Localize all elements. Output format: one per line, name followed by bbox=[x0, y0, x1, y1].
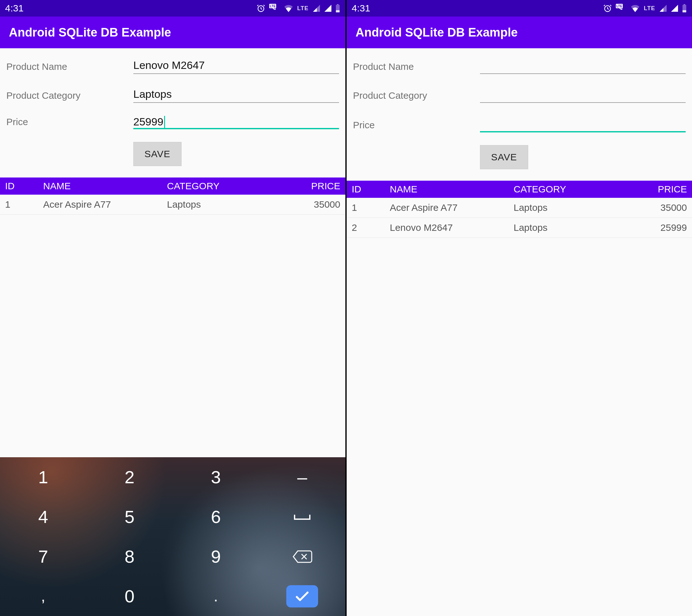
status-icons: LTE LTE bbox=[257, 4, 340, 13]
wifi-icon bbox=[630, 4, 640, 12]
label-product-name: Product Name bbox=[353, 61, 480, 74]
wifi-icon bbox=[284, 4, 293, 12]
key-backspace[interactable] bbox=[259, 537, 345, 576]
label-price: Price bbox=[6, 116, 133, 129]
status-bar: 4:31 LTE LTE bbox=[347, 0, 692, 17]
backspace-icon bbox=[292, 550, 312, 564]
label-price: Price bbox=[353, 120, 480, 132]
table-body-right: 1Acer Aspire A77Laptops350002Lenovo M264… bbox=[347, 198, 692, 238]
label-product-category: Product Category bbox=[353, 90, 480, 103]
key-9[interactable]: 9 bbox=[173, 537, 259, 576]
battery-icon bbox=[335, 4, 340, 13]
th-name: NAME bbox=[390, 184, 514, 195]
svg-rect-9 bbox=[684, 4, 685, 5]
svg-rect-11 bbox=[683, 10, 686, 13]
clock: 4:31 bbox=[352, 3, 370, 14]
app-title: Android SQLite DB Example bbox=[355, 26, 518, 39]
input-product-category[interactable] bbox=[133, 87, 339, 103]
status-icons: LTE LTE bbox=[603, 4, 687, 13]
key-dash[interactable]: – bbox=[259, 457, 345, 497]
svg-rect-3 bbox=[337, 4, 339, 5]
cell-category: Laptops bbox=[514, 202, 633, 213]
table-row[interactable]: 2Lenovo M2647Laptops25999 bbox=[347, 218, 692, 238]
input-product-name[interactable] bbox=[133, 58, 339, 74]
key-5[interactable]: 5 bbox=[86, 497, 173, 537]
th-price: PRICE bbox=[633, 184, 687, 195]
cell-name: Lenovo M2647 bbox=[390, 222, 514, 233]
cell-price: 35000 bbox=[633, 202, 687, 213]
th-price: PRICE bbox=[286, 181, 340, 191]
key-4[interactable]: 4 bbox=[0, 497, 86, 537]
svg-rect-5 bbox=[336, 10, 340, 13]
signal-1-icon bbox=[312, 5, 320, 12]
cell-name: Acer Aspire A77 bbox=[390, 202, 514, 213]
app-bar: Android SQLite DB Example bbox=[347, 17, 692, 48]
phone-left: 4:31 LTE LTE Android SQLite DB Example P… bbox=[0, 0, 345, 616]
key-0[interactable]: 0 bbox=[86, 576, 173, 616]
check-icon bbox=[294, 590, 310, 603]
cell-id: 1 bbox=[352, 202, 390, 213]
key-8[interactable]: 8 bbox=[86, 537, 173, 576]
save-button[interactable]: SAVE bbox=[133, 142, 181, 166]
key-space[interactable] bbox=[259, 497, 345, 537]
cell-price: 25999 bbox=[633, 222, 687, 233]
table-row[interactable]: 1Acer Aspire A77Laptops35000 bbox=[0, 195, 345, 215]
th-id: ID bbox=[5, 181, 43, 191]
phone-right: 4:31 LTE LTE Android SQLite DB Example P… bbox=[345, 0, 692, 616]
input-product-name[interactable] bbox=[480, 58, 686, 74]
key-7[interactable]: 7 bbox=[0, 537, 86, 576]
text-caret bbox=[164, 116, 165, 128]
th-name: NAME bbox=[43, 181, 167, 191]
th-id: ID bbox=[352, 184, 390, 195]
table-header: ID NAME CATEGORY PRICE bbox=[0, 177, 345, 195]
input-product-category[interactable] bbox=[480, 87, 686, 103]
signal-1-icon bbox=[659, 5, 667, 12]
alarm-icon bbox=[257, 4, 265, 13]
key-2[interactable]: 2 bbox=[86, 457, 173, 497]
table-row[interactable]: 1Acer Aspire A77Laptops35000 bbox=[347, 198, 692, 218]
lte-text: LTE bbox=[297, 5, 308, 12]
cell-category: Laptops bbox=[514, 222, 633, 233]
cell-price: 35000 bbox=[286, 199, 340, 210]
th-category: CATEGORY bbox=[167, 181, 286, 191]
key-3[interactable]: 3 bbox=[173, 457, 259, 497]
cell-id: 2 bbox=[352, 222, 390, 233]
form-area: Product Name Product Category Price 2599… bbox=[0, 48, 345, 177]
clock: 4:31 bbox=[5, 3, 23, 14]
label-product-name: Product Name bbox=[6, 61, 133, 74]
cell-id: 1 bbox=[5, 199, 43, 210]
signal-2-icon bbox=[670, 5, 678, 12]
status-bar: 4:31 LTE LTE bbox=[0, 0, 345, 17]
volte-icon: LTE bbox=[269, 4, 280, 13]
input-price[interactable] bbox=[480, 115, 686, 132]
alarm-icon bbox=[603, 4, 612, 13]
key-dot[interactable]: . bbox=[173, 576, 259, 616]
key-1[interactable]: 1 bbox=[0, 457, 86, 497]
form-area: Product Name Product Category Price SAVE bbox=[347, 48, 692, 181]
volte-icon: LTE bbox=[616, 4, 627, 13]
input-price[interactable]: 25999 bbox=[133, 115, 164, 128]
app-title: Android SQLite DB Example bbox=[9, 26, 171, 39]
numeric-keypad: 1 2 3 – 4 5 6 7 8 9 , 0 . bbox=[0, 457, 345, 616]
key-6[interactable]: 6 bbox=[173, 497, 259, 537]
table-body-left: 1Acer Aspire A77Laptops35000 bbox=[0, 195, 345, 215]
lte-text: LTE bbox=[644, 5, 655, 12]
app-bar: Android SQLite DB Example bbox=[0, 17, 345, 48]
label-product-category: Product Category bbox=[6, 90, 133, 103]
battery-icon bbox=[682, 4, 687, 13]
signal-2-icon bbox=[324, 5, 331, 12]
key-enter[interactable] bbox=[259, 576, 345, 616]
cell-category: Laptops bbox=[167, 199, 286, 210]
space-icon bbox=[293, 512, 312, 522]
key-comma[interactable]: , bbox=[0, 576, 86, 616]
cell-name: Acer Aspire A77 bbox=[43, 199, 167, 210]
table-header: ID NAME CATEGORY PRICE bbox=[347, 181, 692, 198]
th-category: CATEGORY bbox=[514, 184, 633, 195]
save-button[interactable]: SAVE bbox=[480, 145, 528, 169]
